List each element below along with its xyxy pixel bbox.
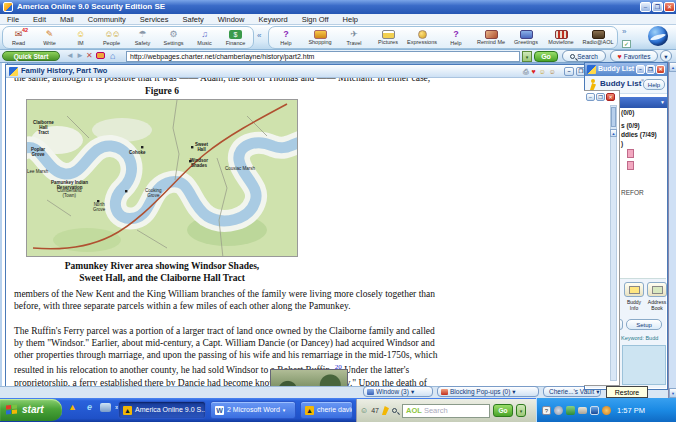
- buddy-group-2[interactable]: s (0/9): [621, 122, 640, 129]
- buddy-minimize-button[interactable]: –: [636, 65, 645, 74]
- back-icon[interactable]: ◄: [66, 51, 74, 61]
- safety-button[interactable]: ☂ Safety: [127, 27, 158, 48]
- write-button[interactable]: ✎ Write: [34, 27, 65, 48]
- search-button[interactable]: Search: [562, 50, 606, 62]
- task-buddy-list[interactable]: ▲ cherie david buddy ja...: [300, 401, 353, 419]
- music-button[interactable]: ♫ Music: [189, 27, 220, 48]
- menu-services[interactable]: Services: [133, 15, 176, 24]
- tray-network-icon[interactable]: [590, 406, 599, 415]
- menu-mail[interactable]: Mail: [53, 15, 81, 24]
- task-group-dropdown: ▾: [283, 402, 286, 418]
- doc-minimize-button[interactable]: –: [564, 67, 574, 76]
- expressions-button[interactable]: Expressions: [405, 27, 439, 48]
- aol-search-input[interactable]: AOL Search: [402, 404, 490, 418]
- collapse-left-chevron[interactable]: «: [257, 31, 261, 40]
- question-icon: ?: [439, 29, 473, 40]
- go-button[interactable]: Go: [534, 51, 558, 62]
- print-icon[interactable]: ⎙: [523, 67, 529, 76]
- expand-right-chevron[interactable]: »: [622, 27, 626, 36]
- setup-button[interactable]: Setup: [626, 319, 662, 330]
- settings-button[interactable]: ⚙ Settings: [158, 27, 189, 48]
- tray-aol-icon[interactable]: [554, 406, 563, 415]
- tray-printer-icon[interactable]: [578, 407, 587, 414]
- address-book-button[interactable]: [647, 282, 667, 297]
- im-button[interactable]: ☺ IM: [65, 27, 96, 48]
- menu-file[interactable]: File: [0, 15, 26, 24]
- radio-aol-button[interactable]: Radio@AOL: [579, 27, 617, 48]
- deskbar-go-dropdown[interactable]: ▾: [516, 404, 526, 417]
- popup-blocker-button[interactable]: Blocking Pop-ups (0)▾: [437, 386, 539, 397]
- pictures-button[interactable]: Pictures: [371, 27, 405, 48]
- tray-antivirus-icon[interactable]: [566, 406, 575, 415]
- task-aol[interactable]: ▲ America Online 9.0 S...: [118, 401, 206, 419]
- home-icon[interactable]: ⌂: [110, 51, 115, 61]
- mini-restore-button[interactable]: ❐: [596, 93, 605, 101]
- toolbar-checkbox[interactable]: ✓: [622, 40, 631, 48]
- deskbar-go-button[interactable]: Go: [493, 404, 513, 417]
- buddies-online-icon[interactable]: ☺: [360, 406, 368, 415]
- mini-scroll-thumb[interactable]: [611, 107, 616, 127]
- mini-scrollbar[interactable]: [610, 105, 617, 381]
- menu-community[interactable]: Community: [81, 15, 133, 24]
- stop-icon[interactable]: ✕: [86, 51, 93, 61]
- greetings-button[interactable]: Greetings: [509, 27, 543, 48]
- url-input[interactable]: http://webpages.charter.net/chamberlayne…: [126, 51, 520, 62]
- quick-start-button[interactable]: Quick Start: [2, 51, 60, 61]
- favorite-heart-icon[interactable]: ♥: [532, 67, 536, 76]
- url-dropdown[interactable]: ▾: [522, 51, 532, 62]
- tray-help-icon[interactable]: ?: [542, 406, 551, 415]
- buddy-name-fragment[interactable]: REFOR: [621, 189, 644, 196]
- favorites-dropdown[interactable]: ▾: [660, 50, 672, 62]
- menu-keyword[interactable]: Keyword: [251, 15, 294, 24]
- restored-mini-window[interactable]: – ❐ ✕ ▲: [584, 90, 620, 386]
- document-titlebar[interactable]: Family History, Part Two ⎙ ♥ ☺ ☺ – ❐ ✕: [6, 65, 600, 78]
- help-button[interactable]: ? Help: [269, 27, 303, 48]
- travel-button[interactable]: ✈ Travel: [337, 27, 371, 48]
- buddy-titlebar[interactable]: Buddy List – ❐ ✕: [585, 63, 667, 76]
- forward-icon[interactable]: ►: [76, 51, 84, 61]
- mini-scroll-up-icon[interactable]: ▲: [610, 129, 617, 137]
- mini-minimize-button[interactable]: –: [586, 93, 595, 101]
- workspace-scroll-down-icon[interactable]: ▼: [669, 388, 676, 398]
- aol-quicklaunch-icon[interactable]: ▲: [66, 401, 79, 414]
- buddy-group-4[interactable]: ): [621, 140, 623, 147]
- buddy-close-button[interactable]: ✕: [656, 65, 665, 74]
- buddy-restore-button[interactable]: ❐: [646, 65, 655, 74]
- mini-close-button[interactable]: ✕: [606, 93, 615, 101]
- menu-edit[interactable]: Edit: [26, 15, 53, 24]
- notify-icon[interactable]: ☺: [549, 67, 556, 76]
- menu-sign-off[interactable]: Sign Off: [295, 15, 336, 24]
- moviefone-button[interactable]: Moviefone: [543, 27, 579, 48]
- deskbar-magnifier-icon[interactable]: [392, 408, 397, 413]
- close-button[interactable]: ✕: [664, 2, 675, 12]
- finance-button[interactable]: $ Finance: [220, 27, 251, 48]
- favorites-button[interactable]: ♥Favorites: [610, 50, 658, 62]
- workspace-scrollbar[interactable]: ▲ ▼: [668, 62, 676, 398]
- buddy-group-dropdown[interactable]: ▼: [617, 97, 667, 108]
- keyword-link[interactable]: Keyword: Budd: [621, 335, 658, 341]
- restore-button[interactable]: ❐: [652, 2, 663, 12]
- window-menu-button[interactable]: Window (3)▾: [363, 386, 433, 397]
- menu-safety[interactable]: Safety: [176, 15, 211, 24]
- task-word[interactable]: W 2 Microsoft Word ▾: [210, 401, 296, 419]
- buddy-group-3[interactable]: ddies (7/49): [621, 131, 657, 138]
- buddy-icon[interactable]: ☺: [539, 67, 546, 76]
- menu-window[interactable]: Window: [211, 15, 252, 24]
- help-button-2[interactable]: ? Help: [439, 27, 473, 48]
- menu-help[interactable]: Help: [336, 15, 365, 24]
- ie-icon[interactable]: e: [83, 401, 96, 414]
- minimize-button[interactable]: –: [640, 2, 651, 12]
- people-button[interactable]: ☺☺ People: [96, 27, 127, 48]
- deskbar-running-man-icon[interactable]: [382, 406, 389, 415]
- remind-me-button[interactable]: Remind Me: [473, 27, 509, 48]
- read-button[interactable]: ✉ 42 Read: [3, 27, 34, 48]
- buddy-info-button[interactable]: [624, 282, 644, 297]
- chat-bubble-icon[interactable]: [96, 52, 105, 59]
- workspace-scroll-up-icon[interactable]: ▲: [669, 62, 676, 72]
- start-button[interactable]: start: [0, 399, 62, 421]
- shopping-button[interactable]: Shopping: [303, 27, 337, 48]
- buddy-help-button[interactable]: Help: [643, 79, 665, 90]
- tray-update-icon[interactable]: [602, 406, 611, 415]
- buddy-group-1[interactable]: (0/0): [621, 109, 634, 116]
- show-desktop-icon[interactable]: [100, 403, 111, 412]
